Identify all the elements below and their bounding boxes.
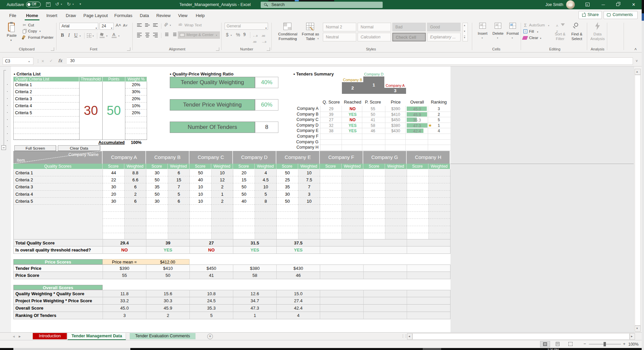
score-cell[interactable] <box>363 205 385 212</box>
cut-icon[interactable]: ✂ <box>23 23 26 27</box>
weighted-cell[interactable]: 10 <box>211 169 233 176</box>
shrink-font-icon[interactable]: A˅ <box>123 23 128 27</box>
zoom-level[interactable]: 100% <box>628 342 639 347</box>
score-cell[interactable]: 35 <box>146 183 168 190</box>
score-cell[interactable] <box>363 183 385 190</box>
score-cell[interactable]: 40 <box>233 198 255 205</box>
price-row-value[interactable]: 41 <box>189 272 233 279</box>
score-cell[interactable]: 35 <box>276 183 298 190</box>
font-launcher[interactable] <box>127 47 130 51</box>
weighted-cell[interactable]: 12 <box>211 176 233 183</box>
criteria-name-cell[interactable] <box>13 134 79 140</box>
overall-row-value[interactable] <box>363 290 407 297</box>
overall-row-value[interactable] <box>320 297 363 305</box>
criteria-weight-cell[interactable] <box>125 117 147 122</box>
price-row-value[interactable] <box>407 265 450 272</box>
save-icon[interactable] <box>46 2 50 7</box>
price-row-value[interactable] <box>363 265 407 272</box>
score-cell[interactable] <box>189 212 211 219</box>
score-cell[interactable] <box>276 233 298 239</box>
price-row-value[interactable]: 58 <box>233 272 276 279</box>
score-cell[interactable]: 44 <box>103 169 124 176</box>
weighted-cell[interactable] <box>342 219 363 226</box>
score-cell[interactable]: 15 <box>233 176 255 183</box>
total-row-value[interactable]: YES <box>146 246 189 254</box>
format-painter-label[interactable]: Format Painter <box>28 35 53 39</box>
price-row-value[interactable] <box>320 272 363 279</box>
clear-data-button[interactable]: Clear Data <box>58 145 100 151</box>
formula-expand-icon[interactable]: ˅ <box>636 59 638 63</box>
weighted-cell[interactable]: 6 <box>168 169 189 176</box>
weighted-cell[interactable] <box>168 212 189 219</box>
close-button[interactable]: × <box>627 0 640 9</box>
points-merged-cell[interactable]: 50 <box>103 81 125 140</box>
total-row-value[interactable] <box>407 246 450 254</box>
overall-row-value[interactable]: 15.6 <box>146 290 189 297</box>
overall-row-value[interactable] <box>407 312 450 319</box>
overall-row-value[interactable]: 45.9 <box>146 305 189 312</box>
weighted-cell[interactable]: 10 <box>255 183 276 190</box>
weighted-cell[interactable] <box>428 183 450 190</box>
ribbon-tab-insert[interactable]: Insert <box>44 11 59 20</box>
weighted-cell[interactable] <box>211 233 233 239</box>
criteria-weight-cell[interactable] <box>125 134 147 140</box>
overall-row-value[interactable]: 34.7 <box>233 297 276 305</box>
score-cell[interactable] <box>363 198 385 205</box>
weighted-cell[interactable] <box>428 212 450 219</box>
score-cell[interactable]: 50 <box>146 176 168 183</box>
criteria-name-cell[interactable] <box>13 122 79 128</box>
ribbon-tab-help[interactable]: Help <box>194 11 207 20</box>
score-cell[interactable]: 30 <box>146 198 168 205</box>
price-mean-label[interactable]: Price mean = <box>103 259 146 265</box>
total-row-value[interactable]: NO <box>189 246 233 254</box>
weighted-cell[interactable]: 2 <box>124 191 146 198</box>
align-bottom-icon[interactable] <box>153 23 158 28</box>
weighted-cell[interactable]: 2 <box>211 183 233 190</box>
clear-label[interactable]: Clear <box>529 36 538 40</box>
weighted-cell[interactable] <box>124 212 146 219</box>
style-gallery-item[interactable]: Calculation <box>358 33 391 41</box>
weighted-cell[interactable] <box>342 212 363 219</box>
price-row-value[interactable]: 55 <box>103 272 146 279</box>
weighted-cell[interactable] <box>428 205 450 212</box>
score-cell[interactable]: 50 <box>146 191 168 198</box>
cut-label[interactable]: Cut <box>28 23 34 27</box>
total-row-value[interactable]: YES <box>233 246 276 254</box>
autosave-toggle[interactable]: Off <box>26 2 41 7</box>
find-select-button[interactable]: Find &Select <box>569 22 585 46</box>
score-cell[interactable] <box>363 233 385 239</box>
qat-customize-icon[interactable]: ▾ <box>80 2 81 6</box>
overall-row-value[interactable] <box>363 312 407 319</box>
weighting-value-box[interactable]: 8 <box>255 122 278 133</box>
weighted-cell[interactable] <box>385 212 407 219</box>
weighted-cell[interactable] <box>342 205 363 212</box>
score-cell[interactable] <box>233 212 255 219</box>
score-cell[interactable] <box>276 205 298 212</box>
share-button[interactable]: ↗Share <box>578 11 602 19</box>
gallery-more-icon[interactable]: ▾ <box>464 36 465 39</box>
weighted-cell[interactable]: 4.5 <box>255 176 276 183</box>
weighted-cell[interactable] <box>342 233 363 239</box>
ribbon-tab-review[interactable]: Review <box>155 11 172 20</box>
weighted-cell[interactable]: 15 <box>168 176 189 183</box>
score-cell[interactable] <box>320 183 342 190</box>
total-row-value[interactable]: NO <box>103 246 146 254</box>
score-cell[interactable] <box>320 169 342 176</box>
weighted-cell[interactable] <box>385 176 407 183</box>
overall-row-value[interactable]: 45.0 <box>103 305 146 312</box>
weighted-cell[interactable] <box>385 191 407 198</box>
ribbon-tab-view[interactable]: View <box>176 11 190 20</box>
score-cell[interactable] <box>407 212 428 219</box>
paste-button[interactable]: Paste▾ <box>4 22 19 46</box>
score-cell[interactable] <box>103 226 124 233</box>
decrease-decimal-icon[interactable]: .00→.0 <box>261 32 266 44</box>
score-cell[interactable] <box>363 219 385 226</box>
increase-decimal-icon[interactable]: ←.0.00 <box>253 32 258 44</box>
weighted-cell[interactable] <box>428 176 450 183</box>
align-top-icon[interactable] <box>137 23 142 28</box>
score-cell[interactable] <box>103 233 124 239</box>
weighted-cell[interactable]: 4 <box>255 169 276 176</box>
format-button[interactable]: Format▾ <box>505 22 520 46</box>
weighted-cell[interactable] <box>342 198 363 205</box>
score-cell[interactable]: 30 <box>103 198 124 205</box>
